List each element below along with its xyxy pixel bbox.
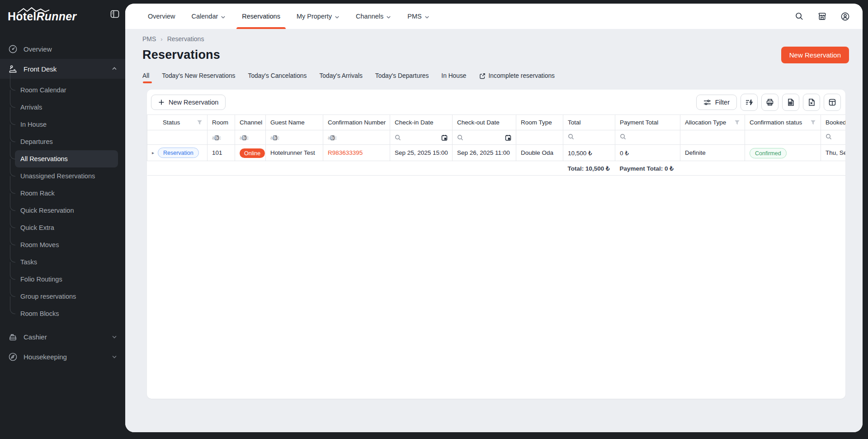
col-allocation-type[interactable]: Allocation Type (680, 115, 745, 130)
totals-total: Total: 10,500 ₺ (563, 161, 615, 176)
tab-todays-arrivals[interactable]: Today's Arrivals (319, 72, 362, 83)
filter-total-input[interactable] (563, 130, 615, 145)
col-room[interactable]: Room (208, 115, 235, 130)
sidebar-item-label: Housekeeping (24, 353, 106, 361)
sidebar-item-overview[interactable]: Overview (0, 39, 125, 59)
print-button[interactable] (761, 94, 778, 111)
nav-tab-channels[interactable]: Channels (356, 4, 391, 29)
sidebar-item-tasks[interactable]: Tasks (15, 253, 118, 271)
tab-todays-cancelations[interactable]: Today's Cancelations (248, 72, 307, 83)
sidebar-item-in-house[interactable]: In House (15, 116, 118, 133)
nav-tab-reservations[interactable]: Reservations (242, 4, 280, 29)
sidebar-item-group-reservations[interactable]: Group reservations (15, 288, 118, 305)
chevron-down-icon (386, 14, 391, 19)
filter-button[interactable]: Filter (696, 95, 737, 110)
export-excel-button[interactable] (803, 94, 820, 111)
chevron-down-icon (425, 14, 429, 19)
col-status[interactable]: Status (147, 115, 208, 130)
col-room-type[interactable]: Room Type (516, 115, 563, 130)
tab-in-house[interactable]: In House (441, 72, 466, 83)
sidebar-item-folio-routings[interactable]: Folio Routings (15, 271, 118, 288)
reservation-row[interactable]: ▸ Reservation 101 Online Hotelrunner Tes… (147, 145, 846, 161)
nav-tab-pms[interactable]: PMS (407, 4, 429, 29)
filter-guest-name-input[interactable]: abc (266, 130, 323, 145)
filter-funnel-icon[interactable] (197, 119, 203, 125)
filter-room-input[interactable]: abc (208, 130, 235, 145)
view-tabs: All Today's New Reservations Today's Can… (142, 72, 849, 83)
toolbar-right-group: Filter (696, 94, 841, 111)
sidebar-item-all-reservations[interactable]: All Reservations (15, 150, 118, 167)
sidebar-item-unassigned-reservations[interactable]: Unassigned Reservations (15, 167, 118, 185)
col-check-out-date[interactable]: Check-out Date (453, 115, 516, 130)
filter-funnel-icon[interactable] (734, 119, 740, 125)
col-guest-name[interactable]: Guest Name (266, 115, 323, 130)
search-icon[interactable] (568, 134, 574, 140)
confirmation-number-link[interactable]: R983633395 (328, 149, 363, 156)
nav-tab-label: Reservations (242, 13, 280, 20)
col-confirmation-status[interactable]: Confirmation status (745, 115, 821, 130)
cell-confirmation-number[interactable]: R983633395 (323, 145, 390, 161)
sidebar-item-quick-extra[interactable]: Quick Extra (15, 219, 118, 236)
sidebar-item-room-moves[interactable]: Room Moves (15, 236, 118, 253)
filter-check-out-date[interactable] (453, 130, 516, 145)
search-icon[interactable] (826, 134, 832, 140)
sidebar-item-housekeeping[interactable]: Housekeeping (0, 347, 125, 367)
marketplace-icon[interactable] (817, 12, 827, 21)
filter-channel-input[interactable]: abc (235, 130, 266, 145)
sidebar-item-departures[interactable]: Departures (15, 133, 118, 150)
tab-todays-departures[interactable]: Today's Departures (375, 72, 429, 83)
sidebar-item-room-blocks[interactable]: Room Blocks (15, 305, 118, 322)
col-total[interactable]: Total (563, 115, 615, 130)
row-expander-icon[interactable]: ▸ (152, 150, 154, 155)
table-new-reservation-button[interactable]: New Reservation (151, 95, 226, 110)
quick-filter-button[interactable] (741, 94, 758, 111)
nav-tab-calendar[interactable]: Calendar (191, 4, 226, 29)
new-reservation-button[interactable]: New Reservation (781, 47, 849, 63)
col-booked[interactable]: Booked (821, 115, 846, 130)
col-confirmation-number[interactable]: Confirmation Number (323, 115, 390, 130)
speedometer-icon (8, 44, 18, 54)
text-filter-icon[interactable]: abc (240, 135, 249, 140)
sidebar-item-front-desk[interactable]: Front Desk (0, 59, 125, 79)
tab-incomplete-reservations[interactable]: Incomplete reservations (479, 72, 555, 83)
nav-tab-label: PMS (407, 13, 421, 20)
filter-funnel-icon[interactable] (810, 119, 816, 125)
col-payment-total[interactable]: Payment Total (615, 115, 680, 130)
filter-booked-input[interactable] (821, 130, 846, 145)
search-icon[interactable] (457, 134, 463, 141)
sidebar-item-room-calendar[interactable]: Room Calendar (15, 81, 118, 99)
col-channel[interactable]: Channel (235, 115, 266, 130)
calendar-icon[interactable] (505, 134, 511, 141)
status-badge[interactable]: Reservation (158, 148, 199, 158)
tab-todays-new-reservations[interactable]: Today's New Reservations (162, 72, 235, 83)
breadcrumb-reservations[interactable]: Reservations (167, 35, 204, 43)
filter-lightning-icon (745, 99, 753, 106)
breadcrumb-pms[interactable]: PMS (142, 35, 156, 43)
text-filter-icon[interactable]: abc (212, 135, 221, 140)
sidebar-item-cashier[interactable]: Cashier (0, 327, 125, 347)
brand-logo[interactable]: HotelRunner (0, 6, 125, 26)
col-check-in-date[interactable]: Check-in Date (390, 115, 453, 130)
search-icon[interactable] (620, 134, 626, 140)
account-icon[interactable] (840, 12, 850, 21)
chevron-down-icon (221, 14, 226, 19)
file-excel-icon (807, 98, 816, 106)
search-icon[interactable] (395, 134, 401, 141)
text-filter-icon[interactable]: abc (328, 135, 337, 140)
search-icon[interactable] (795, 12, 804, 21)
calendar-icon[interactable] (441, 134, 448, 141)
nav-tab-my-property[interactable]: My Property (297, 4, 340, 29)
text-filter-icon[interactable]: abc (270, 135, 279, 140)
sidebar-collapse-icon[interactable] (110, 9, 120, 19)
sidebar-item-quick-reservation[interactable]: Quick Reservation (15, 202, 118, 219)
filter-status (147, 130, 208, 145)
filter-payment-total-input[interactable] (615, 130, 680, 145)
sidebar-item-room-rack[interactable]: Room Rack (15, 185, 118, 202)
tab-all[interactable]: All (142, 72, 149, 83)
export-file-button[interactable] (782, 94, 799, 111)
sidebar-item-arrivals[interactable]: Arrivals (15, 99, 118, 116)
filter-check-in-date[interactable] (390, 130, 453, 145)
nav-tab-overview[interactable]: Overview (148, 4, 175, 29)
filter-confirmation-number-input[interactable]: abc (323, 130, 390, 145)
column-settings-button[interactable] (824, 94, 841, 111)
